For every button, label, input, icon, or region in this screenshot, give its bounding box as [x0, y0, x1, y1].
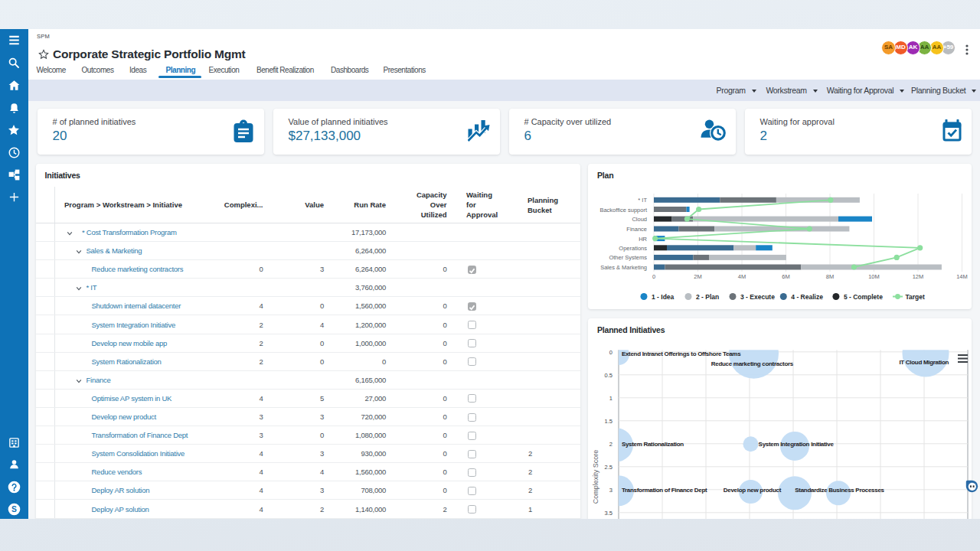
- svg-text:6M: 6M: [782, 273, 789, 280]
- svg-text:Sales & Marketing: Sales & Marketing: [600, 264, 647, 271]
- svg-text:10M: 10M: [868, 273, 880, 280]
- svg-text:Reduce marketing contractors: Reduce marketing contractors: [711, 360, 794, 367]
- svg-text:0: 0: [652, 273, 655, 280]
- svg-text:5 - Complete: 5 - Complete: [844, 293, 883, 301]
- svg-text:Other Systems: Other Systems: [609, 254, 647, 261]
- svg-text:12M: 12M: [913, 273, 924, 280]
- svg-text:Finance: Finance: [626, 226, 647, 233]
- svg-text:2.5: 2.5: [605, 463, 612, 470]
- svg-text:S: S: [11, 505, 17, 514]
- svg-text:* IT: * IT: [638, 197, 647, 204]
- svg-text:3: 3: [609, 486, 612, 493]
- svg-text:4M: 4M: [738, 273, 746, 280]
- svg-text:System Rationalization: System Rationalization: [622, 440, 684, 447]
- svg-text:0: 0: [609, 348, 612, 355]
- svg-text:Operations: Operations: [619, 245, 647, 252]
- svg-text:System Integration Initiative: System Integration Initiative: [759, 441, 835, 448]
- svg-text:3 - Execute: 3 - Execute: [740, 293, 775, 301]
- svg-text:2 - Plan: 2 - Plan: [696, 293, 719, 301]
- svg-text:Cloud: Cloud: [632, 216, 647, 223]
- svg-text:IT Cloud Migration: IT Cloud Migration: [899, 358, 949, 365]
- svg-text:Develop new product: Develop new product: [724, 486, 782, 493]
- svg-text:1 - Idea: 1 - Idea: [652, 293, 675, 301]
- svg-text:1.5: 1.5: [605, 417, 612, 424]
- svg-text:HR: HR: [639, 236, 647, 243]
- svg-text:2: 2: [609, 440, 612, 447]
- svg-text:3.5: 3.5: [605, 509, 612, 516]
- svg-text:0.5: 0.5: [605, 371, 612, 378]
- svg-text:Extend Intranet Offerings to O: Extend Intranet Offerings to Offshore Te…: [622, 350, 741, 357]
- svg-text:Complexity Score: Complexity Score: [592, 449, 599, 504]
- svg-text:14M: 14M: [956, 273, 968, 280]
- svg-text:Transformation of Finance Dept: Transformation of Finance Dept: [622, 486, 707, 493]
- svg-text:Backoffice support: Backoffice support: [599, 207, 647, 214]
- svg-text:8M: 8M: [826, 273, 834, 280]
- svg-text:4 - Realize: 4 - Realize: [791, 293, 823, 301]
- svg-text:1: 1: [609, 394, 612, 401]
- svg-text:Standardize Business Processes: Standardize Business Processes: [795, 486, 884, 493]
- svg-text:2M: 2M: [694, 273, 701, 280]
- svg-text:Target: Target: [906, 293, 926, 301]
